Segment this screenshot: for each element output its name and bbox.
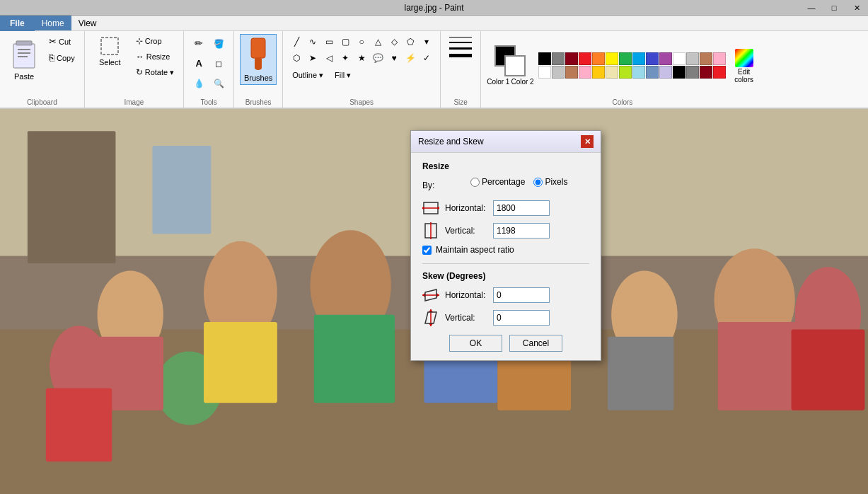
canvas-area[interactable]: Resize and Skew ✕ Resize By: Percentage <box>0 109 868 494</box>
color-swatch-25[interactable] <box>686 66 699 79</box>
color-swatch-1[interactable] <box>552 52 565 65</box>
color-swatch-22[interactable] <box>646 66 659 79</box>
pixels-radio-label[interactable]: Pixels <box>533 177 567 187</box>
color2-box[interactable] <box>504 55 526 76</box>
image-label: Image <box>91 98 178 106</box>
size-label: Size <box>446 98 475 106</box>
percentage-radio-label[interactable]: Percentage <box>470 177 525 187</box>
select-button[interactable]: Select <box>91 34 129 68</box>
vertical-input[interactable] <box>493 223 550 239</box>
color-swatch-18[interactable] <box>592 66 605 79</box>
color-swatch-6[interactable] <box>619 52 632 65</box>
shape-rect[interactable]: ▭ <box>321 34 337 50</box>
shape-ellipse[interactable]: ○ <box>354 34 369 50</box>
crop-button[interactable]: Crop <box>132 34 178 48</box>
color-swatch-12[interactable] <box>700 52 712 65</box>
shape-star5[interactable]: ★ <box>354 50 369 66</box>
color-swatch-27[interactable] <box>713 66 726 79</box>
shape-diamond[interactable]: ◇ <box>386 34 402 50</box>
horizontal-input[interactable] <box>493 200 550 216</box>
menu-item-file[interactable]: File <box>0 16 35 31</box>
brushes-button[interactable]: Brushes <box>240 34 277 85</box>
resize-button[interactable]: Resize <box>132 50 178 64</box>
color-swatch-21[interactable] <box>632 66 645 79</box>
app-title: large.jpg - Paint <box>404 3 463 13</box>
color-swatch-0[interactable] <box>538 52 551 65</box>
pixels-radio[interactable] <box>533 178 543 187</box>
color2-label[interactable]: Color 2 <box>511 78 533 86</box>
color-swatch-19[interactable] <box>606 66 618 79</box>
color-swatch-14[interactable] <box>538 66 551 79</box>
color-swatch-16[interactable] <box>565 66 578 79</box>
pencil-button[interactable] <box>190 34 208 52</box>
size-line-3[interactable] <box>449 47 472 50</box>
eyedrop-button[interactable] <box>190 74 208 92</box>
size-line-4[interactable] <box>449 54 472 57</box>
ok-button[interactable]: OK <box>449 335 502 352</box>
fill-button[interactable] <box>209 34 228 52</box>
color-swatch-23[interactable] <box>659 66 672 79</box>
shape-arrow-l[interactable]: ◁ <box>321 50 337 66</box>
shape-rounded-rect[interactable]: ▢ <box>337 34 353 50</box>
edit-colors-button[interactable]: Editcolors <box>730 47 758 85</box>
shape-curve[interactable]: ∿ <box>305 34 320 50</box>
shape-line[interactable]: ╱ <box>289 34 304 50</box>
shape-triangle[interactable]: △ <box>370 34 386 50</box>
outline-label: Outline ▾ <box>292 71 323 80</box>
text-button[interactable] <box>190 54 208 72</box>
shapes-label: Shapes <box>289 98 434 106</box>
color-swatch-15[interactable] <box>552 66 565 79</box>
color-swatch-2[interactable] <box>565 52 578 65</box>
cut-button[interactable]: Cut <box>45 34 79 49</box>
color1-label[interactable]: Color 1 <box>487 78 509 86</box>
color-swatch-5[interactable] <box>606 52 618 65</box>
maintain-aspect-checkbox[interactable] <box>422 246 432 255</box>
skew-vertical-input[interactable] <box>493 310 550 326</box>
resize-by-radio-group: Percentage Pixels <box>470 177 567 187</box>
minimize-button[interactable]: — <box>800 0 823 16</box>
shape-arrow-r[interactable]: ➤ <box>305 50 320 66</box>
paste-button[interactable]: Paste <box>6 34 42 85</box>
crop-icon <box>136 36 143 46</box>
cancel-button[interactable]: Cancel <box>509 335 562 352</box>
tools-label: Tools <box>190 98 228 106</box>
color-swatch-24[interactable] <box>673 66 685 79</box>
menu-item-home[interactable]: Home <box>35 16 71 30</box>
menu-item-view[interactable]: View <box>71 16 104 30</box>
color-swatch-26[interactable] <box>700 66 712 79</box>
color-swatch-13[interactable] <box>713 52 726 65</box>
shape-lightning[interactable]: ⚡ <box>403 50 418 66</box>
color-swatch-8[interactable] <box>646 52 659 65</box>
outline-button[interactable]: Outline ▾ <box>289 69 327 82</box>
shape-more[interactable]: ▾ <box>419 34 434 50</box>
rotate-button[interactable]: Rotate ▾ <box>132 65 178 79</box>
skew-horizontal-input[interactable] <box>493 287 550 303</box>
color-swatch-9[interactable] <box>659 52 672 65</box>
shape-check[interactable]: ✓ <box>419 50 434 66</box>
size-line-1[interactable] <box>449 37 472 38</box>
percentage-radio[interactable] <box>470 178 480 187</box>
tools-content <box>190 34 228 97</box>
color-swatch-20[interactable] <box>619 66 632 79</box>
rotate-icon <box>136 67 143 77</box>
color-swatch-11[interactable] <box>686 52 699 65</box>
vertical-resize-icon <box>422 222 439 239</box>
shape-pentagon[interactable]: ⬠ <box>403 34 418 50</box>
color-swatch-17[interactable] <box>579 66 591 79</box>
shape-heart[interactable]: ♥ <box>386 50 402 66</box>
dialog-close-button[interactable]: ✕ <box>581 135 594 148</box>
color-swatch-4[interactable] <box>592 52 605 65</box>
color-swatch-10[interactable] <box>673 52 685 65</box>
fill-shape-button[interactable]: Fill ▾ <box>331 69 354 82</box>
copy-button[interactable]: Copy <box>45 50 79 65</box>
color-swatch-7[interactable] <box>632 52 645 65</box>
size-line-2[interactable] <box>449 42 472 43</box>
shape-star4[interactable]: ✦ <box>337 50 353 66</box>
magnify-button[interactable] <box>209 74 228 92</box>
maximize-button[interactable]: □ <box>823 0 845 16</box>
close-button[interactable]: ✕ <box>845 0 868 16</box>
color-swatch-3[interactable] <box>579 52 591 65</box>
shape-hexagon[interactable]: ⬡ <box>289 50 304 66</box>
shape-callout[interactable]: 💬 <box>370 50 386 66</box>
eraser-button[interactable] <box>209 54 228 72</box>
